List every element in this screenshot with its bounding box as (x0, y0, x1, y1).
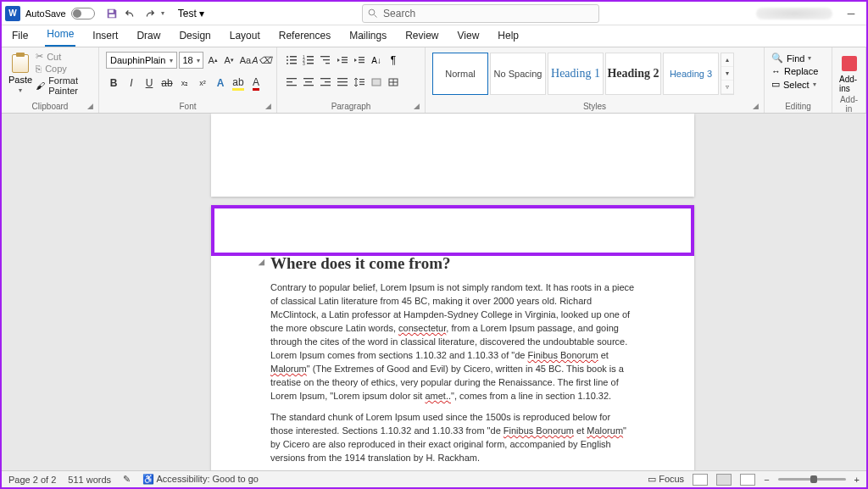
tab-draw[interactable]: Draw (135, 26, 162, 47)
spelling-error[interactable]: Malorum (587, 425, 623, 436)
zoom-in-button[interactable]: + (854, 475, 860, 485)
document-title[interactable]: Test ▾ (178, 8, 204, 19)
spelling-error[interactable]: amet.. (425, 391, 451, 401)
tab-mailings[interactable]: Mailings (348, 26, 388, 47)
zoom-out-button[interactable]: − (764, 475, 769, 485)
italic-button[interactable]: I (124, 75, 139, 91)
title-bar: W AutoSave ▾ Test ▾ Search ─ (2, 2, 866, 25)
document-area[interactable]: Where does it come from? Contrary to pop… (2, 114, 866, 470)
current-page[interactable]: Where does it come from? Contrary to pop… (211, 205, 694, 470)
redo-icon[interactable] (142, 7, 156, 20)
shrink-font-button[interactable]: A▾ (222, 52, 236, 69)
styles-launcher-icon[interactable]: ◢ (753, 102, 761, 110)
spelling-error[interactable]: Finibus Bonorum (504, 425, 574, 436)
paragraph-2[interactable]: The standard chunk of Lorem Ipsum used s… (270, 411, 635, 465)
tab-review[interactable]: Review (403, 26, 440, 47)
style-heading-1[interactable]: Heading 1 (548, 53, 604, 95)
show-marks-button[interactable]: ¶ (386, 53, 401, 68)
save-icon[interactable] (105, 7, 119, 20)
minimize-button[interactable]: ─ (839, 5, 863, 22)
font-size-select[interactable]: 18▾ (179, 52, 203, 69)
svg-rect-34 (337, 78, 348, 79)
focus-mode-button[interactable]: ▭ Focus (648, 474, 684, 485)
svg-rect-40 (372, 79, 381, 86)
svg-rect-22 (359, 57, 364, 58)
style-heading-3[interactable]: Heading 3 (663, 53, 719, 95)
bold-button[interactable]: B (106, 75, 121, 91)
autosave-toggle[interactable] (71, 8, 95, 19)
paste-button[interactable]: Paste ▾ (8, 51, 32, 97)
tab-references[interactable]: References (277, 26, 332, 47)
styles-scroll[interactable]: ▴▾▿ (721, 53, 734, 95)
superscript-button[interactable]: x² (195, 75, 210, 91)
justify-button[interactable] (335, 75, 350, 90)
subscript-button[interactable]: x₂ (177, 75, 192, 91)
font-color-button[interactable]: A (248, 75, 264, 91)
read-mode-button[interactable] (693, 474, 708, 486)
cut-button[interactable]: ✂Cut (36, 51, 92, 62)
highlight-button[interactable]: ab (231, 75, 246, 91)
tab-file[interactable]: File (10, 26, 30, 47)
multilevel-list-button[interactable] (318, 53, 333, 68)
page-number-status[interactable]: Page 2 of 2 (8, 475, 56, 485)
line-spacing-button[interactable] (352, 75, 367, 90)
tab-help[interactable]: Help (496, 26, 520, 47)
clipboard-label: Clipboard (8, 102, 92, 111)
spelling-error[interactable]: consectetur (398, 323, 446, 333)
underline-button[interactable]: U (142, 75, 157, 91)
align-center-button[interactable] (301, 75, 316, 90)
style-normal[interactable]: Normal (432, 53, 488, 95)
svg-rect-33 (320, 85, 331, 86)
spelling-error[interactable]: Malorum (270, 364, 307, 374)
tab-view[interactable]: View (456, 26, 481, 47)
select-button[interactable]: ▭Select▾ (771, 79, 825, 90)
sort-button[interactable]: A↓ (369, 53, 384, 68)
font-name-select[interactable]: DauphinPlain▾ (106, 52, 177, 69)
addins-button[interactable]: Add-ins (839, 75, 859, 93)
style-no-spacing[interactable]: No Spacing (490, 53, 546, 95)
clipboard-launcher-icon[interactable]: ◢ (87, 102, 96, 110)
decrease-indent-button[interactable] (335, 53, 350, 68)
svg-rect-13 (307, 59, 314, 61)
style-heading-2[interactable]: Heading 2 (605, 53, 661, 95)
format-painter-button[interactable]: 🖌Format Painter (36, 75, 92, 96)
word-count-status[interactable]: 511 words (68, 475, 111, 485)
previous-page-bottom[interactable] (211, 114, 694, 197)
shading-button[interactable] (369, 75, 384, 90)
clear-formatting-button[interactable]: A⌫ (254, 52, 270, 69)
align-right-button[interactable] (318, 75, 333, 90)
svg-rect-5 (290, 56, 297, 58)
search-input[interactable]: Search (362, 4, 599, 23)
borders-button[interactable] (386, 75, 401, 90)
font-launcher-icon[interactable]: ◢ (265, 102, 274, 110)
spelling-error[interactable]: Finibus Bonorum (528, 350, 598, 360)
styles-group: Normal No Spacing Heading 1 Heading 2 He… (426, 47, 765, 113)
accessibility-status[interactable]: ♿ Accessibility: Good to go (142, 474, 259, 485)
print-layout-button[interactable] (716, 474, 732, 486)
editing-group: 🔍Find▾ ↔Replace ▭Select▾ Editing (765, 47, 832, 113)
grow-font-button[interactable]: A▴ (205, 52, 220, 69)
numbering-button[interactable]: 123 (301, 53, 316, 68)
bullets-button[interactable] (284, 53, 299, 68)
heading-where-from[interactable]: Where does it come from? (270, 254, 635, 273)
copy-button[interactable]: ⎘Copy (36, 64, 92, 74)
tab-home[interactable]: Home (45, 25, 75, 47)
qat-customize-icon[interactable]: ▾ (161, 9, 164, 17)
strikethrough-button[interactable]: ab (159, 75, 175, 91)
undo-icon[interactable] (124, 7, 137, 20)
text-effects-button[interactable]: A (213, 75, 228, 91)
replace-button[interactable]: ↔Replace (771, 66, 825, 76)
web-layout-button[interactable] (740, 474, 755, 486)
paragraph-1[interactable]: Contrary to popular belief, Lorem Ipsum … (270, 281, 635, 403)
addins-icon[interactable] (842, 56, 857, 71)
tab-layout[interactable]: Layout (228, 26, 262, 47)
tab-insert[interactable]: Insert (91, 26, 120, 47)
language-status-icon[interactable]: ✎ (123, 474, 131, 485)
align-left-button[interactable] (284, 75, 299, 90)
tab-design[interactable]: Design (177, 26, 212, 47)
increase-indent-button[interactable] (352, 53, 367, 68)
change-case-button[interactable]: Aa (238, 52, 253, 69)
find-button[interactable]: 🔍Find▾ (771, 53, 825, 64)
paragraph-launcher-icon[interactable]: ◢ (414, 102, 422, 110)
zoom-slider[interactable] (778, 478, 846, 481)
